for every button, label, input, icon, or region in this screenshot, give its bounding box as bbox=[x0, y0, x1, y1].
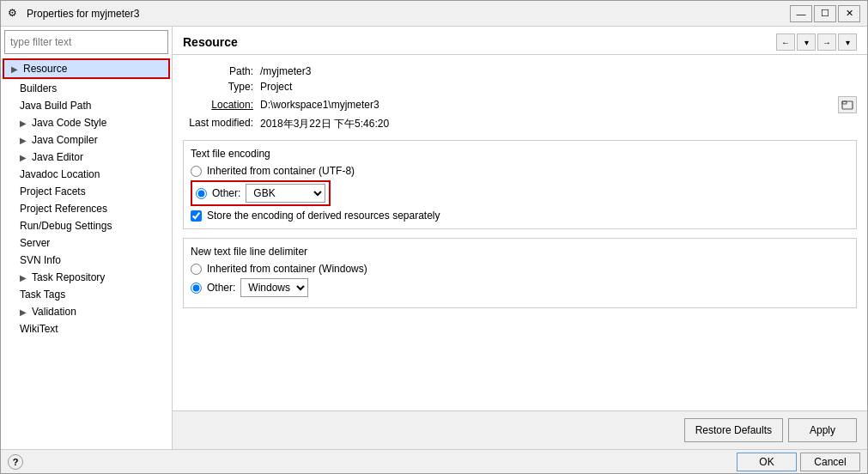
svg-rect-0 bbox=[842, 101, 853, 109]
type-row: Type: Project bbox=[183, 81, 857, 93]
sidebar-item-task-repository[interactable]: ▶ Task Repository bbox=[1, 269, 172, 286]
window-title: Properties for myjmeter3 bbox=[27, 8, 790, 20]
inherited-delimiter-label: Inherited from container (Windows) bbox=[207, 263, 367, 275]
store-encoding-label: Store the encoding of derived resources … bbox=[207, 210, 440, 222]
right-panel: Resource ← ▾ → ▾ Path: /myjmeter3 Type: … bbox=[173, 27, 867, 449]
sidebar-list: ▶ Resource Builders Java Build Path ▶ Ja… bbox=[1, 58, 172, 449]
minimize-button[interactable]: — bbox=[790, 5, 812, 22]
help-button[interactable]: ? bbox=[8, 454, 23, 470]
last-modified-value: 2018年3月22日 下午5:46:20 bbox=[260, 117, 389, 131]
last-modified-row: Last modified: 2018年3月22日 下午5:46:20 bbox=[183, 117, 857, 131]
sidebar-item-label-project-facets: Project Facets bbox=[20, 185, 86, 198]
sidebar-item-label-javadoc-location: Javadoc Location bbox=[20, 168, 100, 180]
type-value: Project bbox=[260, 81, 292, 93]
cancel-button[interactable]: Cancel bbox=[800, 453, 860, 471]
panel-nav: ← ▾ → ▾ bbox=[776, 33, 857, 51]
location-row: Location: D:\workspace1\myjmeter3 bbox=[183, 96, 857, 113]
sidebar-item-run-debug-settings[interactable]: Run/Debug Settings bbox=[1, 217, 172, 234]
location-browse-button[interactable] bbox=[838, 96, 857, 113]
close-button[interactable]: ✕ bbox=[838, 5, 860, 22]
sidebar-item-label-task-tags: Task Tags bbox=[20, 289, 65, 301]
nav-back-button[interactable]: ← bbox=[776, 33, 795, 51]
restore-defaults-button[interactable]: Restore Defaults bbox=[684, 418, 783, 442]
expand-icon-task-repository: ▶ bbox=[20, 273, 28, 283]
sidebar-item-java-compiler[interactable]: ▶ Java Compiler bbox=[1, 131, 172, 149]
inherited-encoding-radio[interactable] bbox=[191, 166, 202, 177]
sidebar-item-server[interactable]: Server bbox=[1, 234, 172, 252]
sidebar-item-java-editor[interactable]: ▶ Java Editor bbox=[1, 149, 172, 166]
sidebar-item-javadoc-location[interactable]: Javadoc Location bbox=[1, 166, 172, 183]
path-label: Path: bbox=[183, 65, 260, 77]
sidebar-item-label-project-references: Project References bbox=[20, 203, 107, 215]
apply-button[interactable]: Apply bbox=[788, 418, 857, 442]
nav-forward-dropdown[interactable]: ▾ bbox=[838, 33, 857, 51]
expand-icon-validation: ▶ bbox=[20, 307, 28, 317]
path-value: /myjmeter3 bbox=[260, 65, 311, 77]
status-bar: ? OK Cancel bbox=[1, 449, 867, 473]
line-delimiter-legend: New text file line delimiter bbox=[191, 246, 849, 258]
inherited-encoding-label: Inherited from container (UTF-8) bbox=[207, 165, 355, 177]
sidebar-item-label-java-code-style: Java Code Style bbox=[32, 117, 106, 129]
sidebar-item-label-run-debug-settings: Run/Debug Settings bbox=[20, 220, 112, 232]
inherited-delimiter-row: Inherited from container (Windows) bbox=[191, 263, 849, 275]
last-modified-label: Last modified: bbox=[183, 117, 260, 131]
window-controls: — ☐ ✕ bbox=[790, 5, 860, 22]
text-file-encoding-legend: Text file encoding bbox=[191, 148, 849, 160]
encoding-select[interactable]: GBK UTF-8 ISO-8859-1 US-ASCII bbox=[246, 184, 325, 203]
sidebar-item-resource[interactable]: ▶ Resource bbox=[3, 58, 170, 79]
sidebar-item-label-wikitext: WikiText bbox=[20, 323, 58, 335]
panel-body: Path: /myjmeter3 Type: Project Location:… bbox=[173, 55, 867, 410]
sidebar-item-java-code-style[interactable]: ▶ Java Code Style bbox=[1, 114, 172, 131]
store-encoding-checkbox[interactable] bbox=[191, 210, 202, 222]
path-row: Path: /myjmeter3 bbox=[183, 65, 857, 77]
location-label: Location: bbox=[183, 99, 260, 111]
svg-rect-1 bbox=[842, 101, 847, 104]
sidebar-item-validation[interactable]: ▶ Validation bbox=[1, 303, 172, 320]
panel-header: Resource ← ▾ → ▾ bbox=[173, 27, 867, 55]
nav-back-dropdown[interactable]: ▾ bbox=[797, 33, 816, 51]
location-value: D:\workspace1\myjmeter3 bbox=[260, 99, 835, 111]
text-file-encoding-section: Text file encoding Inherited from contai… bbox=[183, 140, 857, 229]
line-delimiter-section: New text file line delimiter Inherited f… bbox=[183, 238, 857, 308]
other-encoding-row: Other: GBK UTF-8 ISO-8859-1 US-ASCII bbox=[191, 180, 849, 206]
main-content: ▶ Resource Builders Java Build Path ▶ Ja… bbox=[1, 27, 867, 449]
sidebar-item-label-java-compiler: Java Compiler bbox=[32, 134, 98, 146]
other-delimiter-row: Other: Windows Unix Mac bbox=[191, 278, 849, 297]
sidebar-item-wikitext[interactable]: WikiText bbox=[1, 320, 172, 337]
sidebar-item-task-tags[interactable]: Task Tags bbox=[1, 286, 172, 303]
nav-forward-button[interactable]: → bbox=[817, 33, 836, 51]
sidebar-item-label-task-repository: Task Repository bbox=[32, 271, 105, 283]
ok-button[interactable]: OK bbox=[737, 453, 797, 471]
filter-input[interactable] bbox=[4, 30, 168, 54]
other-encoding-radio[interactable] bbox=[196, 188, 207, 199]
delimiter-select[interactable]: Windows Unix Mac bbox=[240, 278, 308, 297]
sidebar-item-label-server: Server bbox=[20, 237, 50, 249]
status-buttons: OK Cancel bbox=[737, 453, 860, 471]
sidebar-item-label-validation: Validation bbox=[32, 306, 76, 318]
other-encoding-label: Other: bbox=[212, 187, 240, 199]
expand-icon-resource: ▶ bbox=[11, 64, 20, 74]
sidebar-item-label-builders: Builders bbox=[20, 82, 57, 94]
maximize-button[interactable]: ☐ bbox=[814, 5, 836, 22]
sidebar-item-project-facets[interactable]: Project Facets bbox=[1, 183, 172, 200]
expand-icon-java-code-style: ▶ bbox=[20, 118, 28, 128]
sidebar-item-java-build-path[interactable]: Java Build Path bbox=[1, 97, 172, 114]
other-delimiter-label: Other: bbox=[207, 282, 235, 294]
window-icon: ⚙ bbox=[8, 7, 21, 21]
inherited-delimiter-radio[interactable] bbox=[191, 264, 202, 275]
panel-title: Resource bbox=[183, 35, 238, 49]
titlebar: ⚙ Properties for myjmeter3 — ☐ ✕ bbox=[1, 1, 867, 27]
store-encoding-row: Store the encoding of derived resources … bbox=[191, 210, 849, 222]
sidebar-item-project-references[interactable]: Project References bbox=[1, 200, 172, 217]
inherited-encoding-row: Inherited from container (UTF-8) bbox=[191, 165, 849, 177]
expand-icon-java-compiler: ▶ bbox=[20, 136, 28, 145]
sidebar-item-svn-info[interactable]: SVN Info bbox=[1, 252, 172, 269]
sidebar-item-label-java-build-path: Java Build Path bbox=[20, 100, 91, 112]
sidebar-item-label-java-editor: Java Editor bbox=[32, 151, 83, 163]
button-bar: Restore Defaults Apply bbox=[173, 410, 867, 449]
sidebar-item-label-svn-info: SVN Info bbox=[20, 254, 61, 266]
sidebar-item-label-resource: Resource bbox=[23, 63, 67, 75]
sidebar-item-builders[interactable]: Builders bbox=[1, 80, 172, 97]
expand-icon-java-editor: ▶ bbox=[20, 153, 28, 162]
other-delimiter-radio[interactable] bbox=[191, 283, 202, 294]
